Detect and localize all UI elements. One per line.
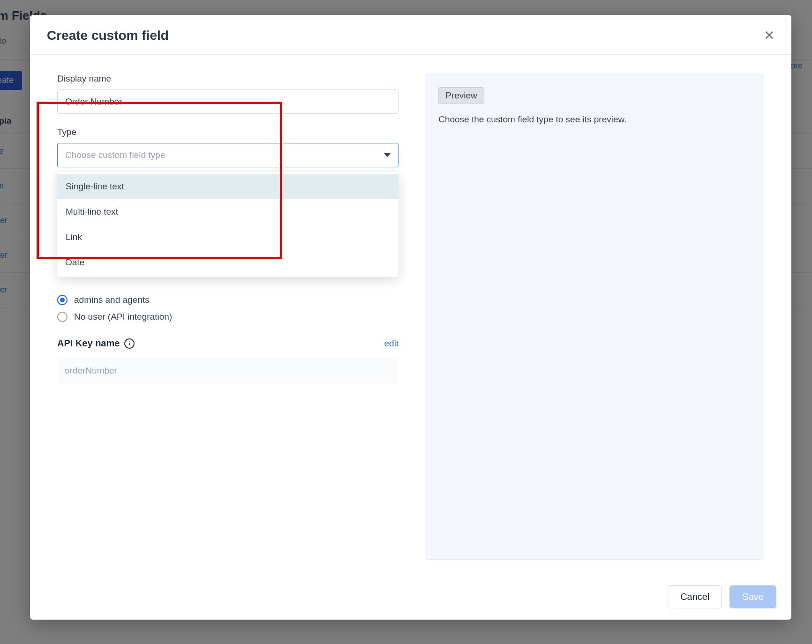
radio-icon <box>57 312 68 322</box>
api-key-section: API Key name i edit orderNumber <box>57 338 398 383</box>
modal-body: Display name Type Choose custom field ty… <box>30 55 791 574</box>
type-select-placeholder: Choose custom field type <box>65 150 165 160</box>
save-button[interactable]: Save <box>729 585 776 608</box>
type-option-multi-line[interactable]: Multi-line text <box>57 199 398 225</box>
preview-panel: Preview Choose the custom field type to … <box>425 74 764 560</box>
type-dropdown: Single-line text Multi-line text Link Da… <box>57 172 398 277</box>
display-name-input[interactable] <box>57 90 398 114</box>
radio-label: No user (API integration) <box>74 312 172 322</box>
create-custom-field-modal: Create custom field ✕ Display name Type … <box>30 15 791 620</box>
preview-text: Choose the custom field type to see its … <box>438 114 751 125</box>
api-edit-link[interactable]: edit <box>384 338 399 349</box>
radio-no-user[interactable]: No user (API integration) <box>57 312 398 322</box>
radio-admins-agents[interactable]: admins and agents <box>57 295 398 305</box>
form-column: Display name Type Choose custom field ty… <box>57 74 398 560</box>
api-key-header: API Key name i edit <box>57 338 398 349</box>
preview-badge: Preview <box>438 87 484 104</box>
info-icon[interactable]: i <box>124 338 135 349</box>
radio-label: admins and agents <box>74 295 150 305</box>
cancel-button[interactable]: Cancel <box>668 585 722 608</box>
visibility-radio-group: admins and agents No user (API integrati… <box>57 295 398 322</box>
api-key-value: orderNumber <box>57 358 398 383</box>
close-icon[interactable]: ✕ <box>764 29 774 42</box>
type-option-single-line[interactable]: Single-line text <box>57 174 398 199</box>
api-key-label: API Key name <box>57 338 120 349</box>
modal-header: Create custom field ✕ <box>30 15 791 55</box>
radio-icon <box>57 295 68 305</box>
type-option-date[interactable]: Date <box>57 250 398 275</box>
chevron-down-icon <box>384 153 391 157</box>
type-option-link[interactable]: Link <box>57 225 398 250</box>
modal-title: Create custom field <box>47 28 169 43</box>
display-name-label: Display name <box>57 74 398 84</box>
type-select[interactable]: Choose custom field type <box>57 143 398 167</box>
modal-footer: Cancel Save <box>30 574 791 620</box>
type-section: Type Choose custom field type Single-lin… <box>57 127 398 167</box>
type-label: Type <box>57 127 398 137</box>
preview-column: Preview Choose the custom field type to … <box>425 74 764 560</box>
